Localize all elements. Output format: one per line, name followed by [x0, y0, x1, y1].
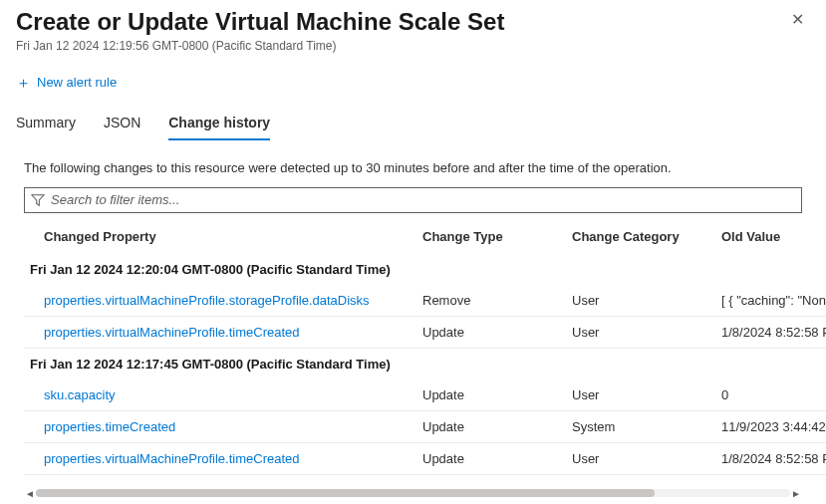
cell-change-category: User [572, 451, 721, 466]
cell-change-type: Update [422, 387, 572, 402]
cell-old-value: 1/8/2024 8:52:58 PM [721, 325, 826, 340]
tab-summary[interactable]: Summary [16, 109, 76, 140]
group-header: Fri Jan 12 2024 12:17:45 GMT-0800 (Pacif… [24, 349, 826, 379]
table-row[interactable]: properties.timeCreated Update System 11/… [24, 411, 826, 443]
page-timestamp: Fri Jan 12 2024 12:19:56 GMT-0800 (Pacif… [16, 39, 785, 53]
property-link[interactable]: properties.virtualMachineProfile.timeCre… [44, 325, 300, 340]
table-row[interactable]: properties.virtualMachineProfile.timeCre… [24, 443, 826, 475]
close-button[interactable]: ✕ [785, 8, 810, 32]
property-link[interactable]: sku.capacity [44, 387, 116, 402]
table-header-row: Changed Property Change Type Change Cate… [24, 221, 826, 254]
tab-change-history[interactable]: Change history [168, 109, 270, 140]
description-text: The following changes to this resource w… [0, 140, 826, 187]
horizontal-scrollbar[interactable]: ◄ ► [24, 488, 802, 498]
table-row[interactable]: properties.virtualMachineProfile.storage… [24, 285, 826, 317]
cell-old-value: 0 [721, 387, 826, 402]
plus-icon: ＋ [16, 75, 31, 90]
table-row[interactable]: properties.virtualMachineProfile.timeCre… [24, 317, 826, 349]
property-link[interactable]: properties.virtualMachineProfile.storage… [44, 293, 370, 308]
cell-old-value: 1/8/2024 8:52:58 PM [721, 451, 826, 466]
close-icon: ✕ [791, 11, 804, 28]
property-link[interactable]: properties.timeCreated [44, 419, 175, 434]
search-input[interactable] [51, 192, 795, 207]
cell-change-type: Update [422, 419, 572, 434]
cell-change-category: User [572, 387, 721, 402]
cell-old-value: [ { "caching": "None", [721, 293, 826, 308]
property-link[interactable]: properties.virtualMachineProfile.timeCre… [44, 451, 300, 466]
cell-change-type: Update [422, 451, 572, 466]
table-row[interactable]: sku.capacity Update User 0 [24, 379, 826, 411]
group-header: Fri Jan 12 2024 12:20:04 GMT-0800 (Pacif… [24, 254, 826, 285]
cell-change-type: Update [422, 325, 572, 340]
scrollbar-track[interactable] [36, 489, 790, 497]
column-header-change-type[interactable]: Change Type [422, 229, 572, 244]
column-header-old-value[interactable]: Old Value [721, 229, 826, 244]
cell-change-category: User [572, 293, 721, 308]
column-header-change-category[interactable]: Change Category [572, 229, 721, 244]
filter-icon [31, 193, 45, 207]
scroll-left-arrow-icon[interactable]: ◄ [24, 488, 36, 499]
cell-change-type: Remove [422, 293, 572, 308]
new-alert-rule-label: New alert rule [37, 75, 117, 90]
scroll-right-arrow-icon[interactable]: ► [790, 488, 802, 499]
cell-old-value: 11/9/2023 3:44:42 PM [721, 419, 826, 434]
new-alert-rule-button[interactable]: ＋ New alert rule [16, 75, 117, 90]
cell-change-category: System [572, 419, 721, 434]
search-box[interactable] [24, 187, 802, 213]
scrollbar-thumb[interactable] [36, 489, 655, 497]
cell-change-category: User [572, 325, 721, 340]
column-header-changed-property[interactable]: Changed Property [44, 229, 422, 244]
tab-json[interactable]: JSON [104, 109, 140, 140]
page-title: Create or Update Virtual Machine Scale S… [16, 8, 785, 37]
